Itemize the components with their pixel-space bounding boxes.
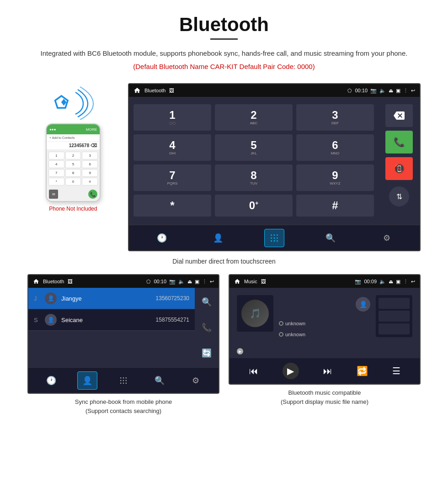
music-time: 00:09	[364, 279, 377, 284]
contacts-img-icon: 🖼	[68, 279, 73, 284]
phone-key-4[interactable]: 4	[48, 160, 64, 168]
dial-key-5[interactable]: 5JKL	[215, 134, 293, 161]
dial-key-3[interactable]: 3DEF	[296, 104, 374, 131]
dial-key-star[interactable]: *	[133, 195, 211, 217]
dial-key-1[interactable]: 1◌◌	[133, 104, 211, 131]
dial-content: 1◌◌ 2ABC 3DEF 4GHI 5JKL 6MNO 7PQRS 8TUV …	[129, 97, 420, 225]
delete-button[interactable]	[385, 104, 413, 127]
svg-point-3	[277, 234, 278, 236]
svg-point-14	[123, 380, 124, 381]
music-eject-icon: ⏏	[389, 279, 393, 285]
contacts-nav-contacts[interactable]: 👤	[77, 371, 97, 390]
svg-point-17	[123, 382, 124, 384]
svg-point-2	[274, 234, 275, 236]
svg-point-7	[271, 240, 272, 242]
phone-call-btn[interactable]: 📞	[88, 190, 97, 199]
dial-status-bar: Bluetooth 🖼 ⬠ 00:10 📷 🔈 ⏏ ▣ ⋮ ↩	[129, 84, 420, 97]
dial-left: 1◌◌ 2ABC 3DEF 4GHI 5JKL 6MNO 7PQRS 8TUV …	[129, 97, 379, 225]
phone-key-8[interactable]: 8	[65, 169, 81, 177]
list-button[interactable]: ☰	[392, 365, 400, 376]
contacts-search-icon[interactable]: 🔍	[198, 294, 215, 310]
music-caption: Bluetooth music compatible (Support disp…	[229, 388, 421, 406]
svg-point-10	[120, 377, 122, 378]
bt-status-icon: ⬠	[347, 88, 352, 94]
music-controls: ⏮ ▶ ⏭ 🔁 ☰	[229, 358, 420, 384]
dial-nav-bar: 🕐 👤 🔍 ⚙	[129, 225, 420, 250]
phone-key-7[interactable]: 7	[48, 169, 64, 177]
svg-point-18	[126, 382, 127, 384]
dial-key-6[interactable]: 6MNO	[296, 134, 374, 161]
music-screen: Music 🖼 📷 00:09 🔈 ⏏ ▣ ⋮ ↩	[229, 274, 421, 385]
contacts-phone-icon[interactable]: 📞	[198, 319, 215, 336]
dial-key-0[interactable]: 0+	[215, 195, 293, 217]
nav-clock-btn[interactable]: 🕐	[152, 229, 172, 247]
phone-key-5[interactable]: 5	[65, 160, 81, 168]
screen-icon-img: 🖼	[169, 88, 174, 93]
music-track-2: unknown	[279, 332, 370, 337]
phone-number: 12345678 ⌫	[47, 142, 100, 150]
camera-icon: 📷	[370, 88, 377, 94]
dial-key-8[interactable]: 8TUV	[215, 164, 293, 191]
contact-name-jiangye: Jiangye	[61, 295, 156, 302]
menu-dots-icon: ⋮	[403, 88, 408, 94]
music-progress-area: ▶	[229, 346, 420, 358]
contact-avatar-seicane: 👤	[45, 314, 57, 326]
play-button[interactable]: ▶	[283, 363, 299, 379]
contacts-status-bar: Bluetooth 🖼 ⬠ 00:10 📷 🔈 ⏏ ▣ ⋮ ↩	[28, 275, 219, 288]
next-button[interactable]: ⏭	[323, 366, 332, 376]
status-right: ⬠ 00:10 📷 🔈 ⏏ ▣ ⋮ ↩	[347, 88, 415, 94]
contacts-nav-search[interactable]: 🔍	[149, 371, 170, 390]
contacts-nav-settings[interactable]: ⚙	[186, 371, 206, 390]
music-img-icon: 🖼	[261, 279, 266, 284]
contact-letter-j: J	[34, 295, 41, 302]
phone-msg-btn[interactable]: ✉	[49, 190, 58, 199]
phone-key-hash[interactable]: #	[82, 178, 98, 185]
dial-grid: 1◌◌ 2ABC 3DEF 4GHI 5JKL 6MNO 7PQRS 8TUV …	[133, 104, 374, 217]
dial-car-screen: Bluetooth 🖼 ⬠ 00:10 📷 🔈 ⏏ ▣ ⋮ ↩	[128, 83, 421, 251]
phone-key-1[interactable]: 1	[48, 152, 64, 159]
track2-dot	[279, 332, 283, 337]
contacts-nav-dialpad[interactable]	[113, 371, 133, 390]
dial-key-4[interactable]: 4GHI	[133, 134, 211, 161]
contacts-refresh-icon[interactable]: 🔄	[198, 345, 215, 361]
nav-dialpad-btn[interactable]	[264, 229, 284, 247]
phone-key-3[interactable]: 3	[82, 152, 98, 159]
phone-key-9[interactable]: 9	[82, 169, 98, 177]
nav-contacts-btn[interactable]: 👤	[208, 229, 228, 247]
dial-key-7[interactable]: 7PQRS	[133, 164, 211, 191]
contacts-nav-clock[interactable]: 🕐	[41, 371, 61, 390]
svg-point-5	[274, 237, 275, 238]
contact-row-jiangye[interactable]: J 👤 Jiangye 13560725230	[28, 288, 195, 309]
contacts-empty-space	[28, 331, 195, 367]
contact-row-seicane[interactable]: S 👤 Seicane 15875554271	[28, 309, 195, 331]
dial-key-9[interactable]: 9WXYZ	[296, 164, 374, 191]
contacts-list: J 👤 Jiangye 13560725230 S 👤 Seicane 1587…	[28, 288, 195, 367]
nav-settings-btn[interactable]: ⚙	[377, 229, 397, 247]
contacts-item: Bluetooth 🖼 ⬠ 00:10 📷 🔈 ⏏ ▣ ⋮ ↩	[27, 274, 219, 415]
phone-key-star[interactable]: *	[48, 178, 64, 185]
contacts-home-icon	[33, 278, 39, 285]
box-icon: ▣	[396, 88, 400, 94]
contact-number-jiangye: 13560725230	[156, 295, 189, 302]
nav-search-btn[interactable]: 🔍	[320, 229, 341, 247]
hangup-button[interactable]: 📵	[385, 157, 413, 180]
contacts-eject-icon: ⏏	[187, 279, 192, 285]
bt-signal-svg: ⬠	[50, 83, 96, 120]
contacts-caption: Sync phone-book from mobile phone (Suppo…	[27, 397, 219, 415]
contact-letter-s: S	[34, 317, 41, 323]
swap-button[interactable]: ⇅	[389, 186, 409, 206]
dial-key-hash[interactable]: #	[296, 195, 374, 217]
music-home-icon	[234, 278, 240, 285]
music-item: Music 🖼 📷 00:09 🔈 ⏏ ▣ ⋮ ↩	[229, 274, 421, 415]
dial-key-2[interactable]: 2ABC	[215, 104, 293, 131]
phone-carrier: MORE	[86, 127, 97, 132]
phone-key-0[interactable]: 0	[65, 178, 81, 185]
prev-button[interactable]: ⏮	[249, 366, 258, 376]
phone-key-6[interactable]: 6	[82, 160, 98, 168]
contacts-side-icons: 🔍 📞 🔄	[195, 288, 219, 367]
phone-key-2[interactable]: 2	[65, 152, 81, 159]
music-content: 🎵 👤 unknown	[229, 288, 420, 384]
repeat-button[interactable]: 🔁	[357, 365, 368, 376]
music-vol-icon: 🔈	[379, 279, 386, 285]
call-button[interactable]: 📞	[385, 131, 413, 154]
